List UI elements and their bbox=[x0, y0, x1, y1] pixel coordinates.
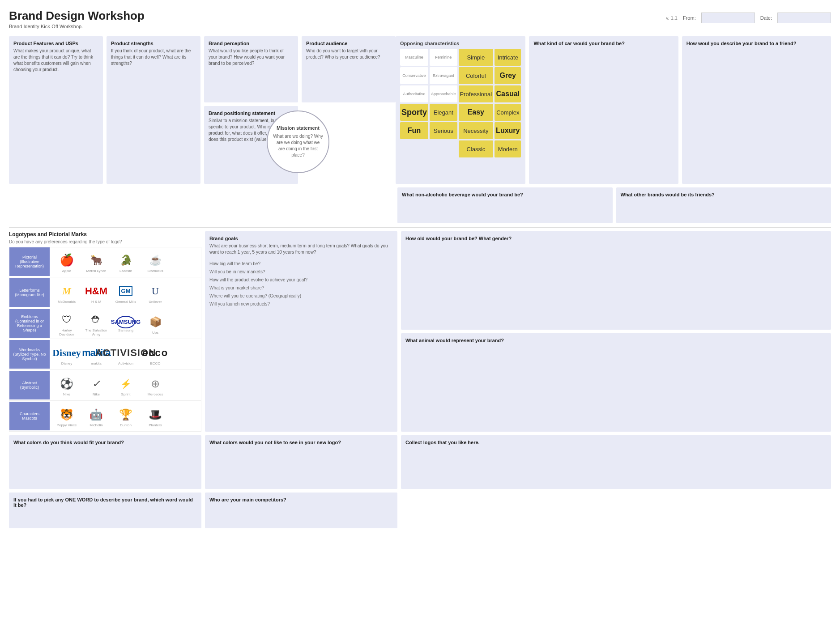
colors-fit-card: What colors do you think would fit your … bbox=[9, 435, 201, 489]
opp-feminine: Feminine bbox=[430, 49, 457, 66]
opp-extravagant: Extravagant bbox=[430, 67, 457, 84]
how-old-title: How old would your brand be? What gender… bbox=[405, 236, 827, 241]
abstract-items: ⚽ Nike ✓ Nike ⚡ Sprint bbox=[50, 371, 201, 400]
opp-colorful: Colorful bbox=[459, 67, 494, 84]
hm-icon: H&M bbox=[85, 283, 107, 300]
logo-row-letterforms: Letterforms(Monogram-like) M McDonalds H… bbox=[9, 278, 201, 308]
non-alcoholic-title: What non-alcoholic beverage would your b… bbox=[402, 192, 608, 197]
soccer-label: Nike bbox=[63, 392, 70, 396]
opp-modern: Modern bbox=[495, 140, 521, 157]
opp-empty1 bbox=[400, 140, 428, 157]
harley-label: Harley Davidson bbox=[54, 328, 79, 336]
logo-mercedes: ⊕ Mercedes bbox=[143, 375, 168, 396]
brand-perception-mission-area: Brand perception What would you like peo… bbox=[204, 36, 392, 184]
michelin-icon: 🤖 bbox=[85, 406, 107, 423]
logo-ecco: ecco ECCO bbox=[143, 344, 168, 365]
from-label: From: bbox=[683, 15, 696, 21]
mercedes-icon: ⊕ bbox=[144, 375, 166, 392]
mcdonalds-icon: M bbox=[55, 283, 78, 300]
dunton-icon: 🏆 bbox=[115, 406, 137, 423]
makita-label: makita bbox=[91, 361, 102, 365]
apple-label: Apple bbox=[62, 269, 71, 273]
logo-samsung: SAMSUNG Samsung bbox=[113, 316, 138, 332]
mission-circle: Mission statement What are we doing? Why… bbox=[267, 110, 329, 173]
opp-grey: Grey bbox=[495, 67, 521, 84]
emblems-label: Emblems(Contained in orReferencing a Sha… bbox=[9, 309, 50, 338]
perception-audience-row: Brand perception What would you like peo… bbox=[204, 36, 392, 102]
how-old-card: How old would your brand be? What gender… bbox=[401, 231, 831, 330]
one-word-card: If you had to pick any ONE WORD to descr… bbox=[9, 493, 201, 528]
logo-row-emblems: Emblems(Contained in orReferencing a Sha… bbox=[9, 309, 201, 339]
planters-icon: 🎩 bbox=[144, 406, 166, 423]
brand-goals-subtitle: What are your business short term, mediu… bbox=[209, 243, 393, 255]
lacoste-label: Lacoste bbox=[119, 269, 132, 273]
characters-label: CharactersMascots bbox=[9, 402, 50, 430]
row1: Product Features and USPs What makes you… bbox=[9, 36, 831, 184]
brand-perception-card: Brand perception What would you like peo… bbox=[204, 36, 298, 102]
mercedes-label: Mercedes bbox=[147, 392, 163, 396]
logo-row-pictorial: Pictorial(IllustrativeRepresentation) 🍎 … bbox=[9, 247, 201, 277]
letterforms-items: M McDonalds H&M H & M GM General Mills bbox=[50, 278, 201, 308]
product-features-body: What makes your product unique, what are… bbox=[13, 48, 98, 73]
goal-q6: Will you launch new products? bbox=[209, 300, 393, 308]
merrill-icon: 🐂 bbox=[85, 252, 107, 269]
mission-circle-container: Mission statement What are we doing? Why… bbox=[251, 110, 345, 173]
what-car-title: What kind of car would your brand be? bbox=[533, 41, 674, 46]
colors-not-like-title: What colors would you not like to see in… bbox=[209, 440, 393, 445]
header: Brand Design Workshop Brand Identity Kic… bbox=[9, 9, 831, 29]
emblems-items: 🛡 Harley Davidson ⛑ The Salvation Army S… bbox=[50, 309, 201, 339]
logo-row-characters: CharactersMascots 🐯 Peppy Vince 🤖 Michel… bbox=[9, 402, 201, 431]
mission-body: What are we doing? Why are we doing what… bbox=[273, 133, 323, 158]
date-input[interactable] bbox=[777, 13, 831, 23]
logo-soccer: ⚽ Nike bbox=[54, 375, 79, 396]
merrill-label: Merrill Lynch bbox=[86, 269, 106, 273]
dunton-label: Dunton bbox=[120, 423, 132, 427]
header-title-block: Brand Design Workshop Brand Identity Kic… bbox=[9, 9, 145, 29]
mission-title: Mission statement bbox=[277, 125, 320, 131]
opp-conservative: Conservative bbox=[400, 67, 428, 84]
ups-icon: 📦 bbox=[144, 314, 166, 331]
logo-disney: Disney Disney bbox=[54, 344, 79, 365]
date-label: Date: bbox=[760, 15, 772, 21]
planters-label: Planters bbox=[149, 423, 162, 427]
product-features-title: Product Features and USPs bbox=[13, 41, 98, 46]
goal-q2: Will you be in new markets? bbox=[209, 268, 393, 276]
opposing-grid: Masculine Feminine Simple Intricate Cons… bbox=[400, 49, 521, 157]
logotypes-section: Logotypes and Pictorial Marks Do you hav… bbox=[9, 231, 201, 432]
opp-complex: Complex bbox=[495, 104, 521, 121]
ups-label: Ups bbox=[152, 331, 158, 335]
goal-q4: What is your market share? bbox=[209, 284, 393, 292]
other-brands-card: What other brands would be its friends? bbox=[616, 187, 831, 223]
disney-label: Disney bbox=[61, 361, 72, 365]
samsung-label: Samsung bbox=[118, 328, 133, 332]
goals-questions: How big will the team be? Will you be in… bbox=[209, 260, 393, 308]
logo-michelin: 🤖 Michelin bbox=[84, 406, 109, 427]
animal-card: What animal would represent your brand? bbox=[401, 333, 831, 432]
gm-icon: GM bbox=[115, 283, 137, 300]
collect-logos-card: Collect logos that you like here. bbox=[401, 435, 831, 489]
ecco-icon: ecco bbox=[144, 344, 166, 361]
opp-easy: Easy bbox=[459, 104, 494, 121]
logo-nike-check: ✓ Nike bbox=[84, 375, 109, 396]
disney-icon: Disney bbox=[55, 344, 78, 361]
from-input[interactable] bbox=[701, 13, 755, 23]
brand-perception-body: What would you like people to think of y… bbox=[209, 48, 294, 67]
logotypes-subtitle: Do you have any preferences regarding th… bbox=[9, 239, 201, 244]
ecco-label: ECCO bbox=[150, 361, 160, 365]
activision-icon: ACTIVISION bbox=[115, 344, 137, 361]
competitors-title: Who are your main competitors? bbox=[209, 497, 393, 502]
logo-starbucks: ☕ Starbucks bbox=[143, 252, 168, 273]
product-audience-body: Who do you want to target with your prod… bbox=[306, 48, 391, 60]
hm-label: H & M bbox=[91, 300, 101, 304]
product-audience-title: Product audience bbox=[306, 41, 391, 46]
opp-approachable: Approachable bbox=[430, 85, 457, 102]
describe-friend-title: How woul you describe your brand to a fr… bbox=[686, 41, 827, 46]
app-title: Brand Design Workshop bbox=[9, 9, 145, 23]
one-word-title: If you had to pick any ONE WORD to descr… bbox=[13, 497, 197, 508]
product-strengths-title: Product strengths bbox=[111, 41, 196, 46]
goal-q1: How big will the team be? bbox=[209, 260, 393, 268]
logo-sprint: ⚡ Sprint bbox=[113, 375, 138, 396]
logo-peppy: 🐯 Peppy Vince bbox=[54, 406, 79, 427]
letterforms-label: Letterforms(Monogram-like) bbox=[9, 278, 50, 307]
logo-planters: 🎩 Planters bbox=[143, 406, 168, 427]
